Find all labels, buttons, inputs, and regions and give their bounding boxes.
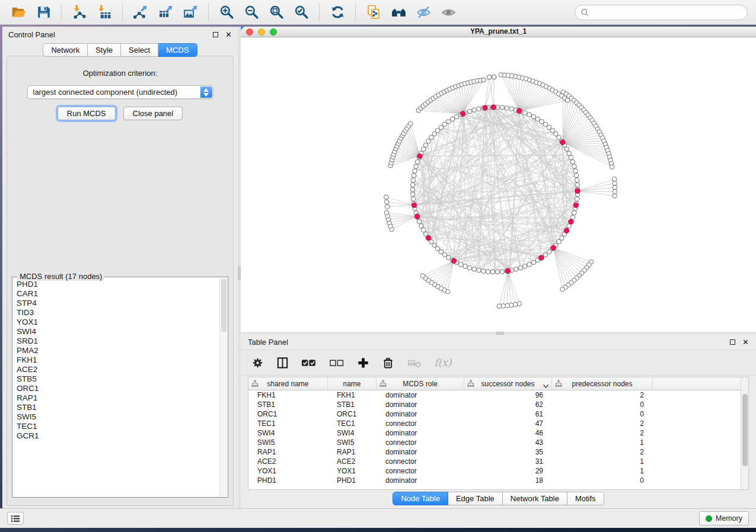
result-node[interactable]: PMA2: [17, 346, 219, 355]
result-node[interactable]: ACE2: [17, 365, 219, 374]
table-row[interactable]: PHD1PHD1dominator180: [248, 476, 741, 485]
cell-shared_name: FKH1: [248, 390, 328, 400]
window-minimize-icon[interactable]: [258, 28, 265, 36]
cell-successor_nodes: 61: [464, 409, 552, 419]
result-node[interactable]: TID3: [17, 308, 219, 318]
network-titlebar[interactable]: YPA_prune.txt_1: [241, 27, 756, 37]
cell-mcds_role: dominator: [377, 409, 464, 419]
result-node[interactable]: PHD1: [17, 280, 219, 289]
close-panel-icon[interactable]: ✕: [225, 32, 232, 37]
network-canvas[interactable]: [241, 38, 756, 332]
table-row[interactable]: SWI5SWI5connector431: [248, 438, 741, 447]
table-scrollbar[interactable]: [741, 377, 748, 489]
cell-name: ORC1: [328, 409, 377, 419]
tab-motifs[interactable]: Motifs: [567, 492, 604, 505]
status-bar: Memory: [0, 508, 756, 528]
clone-network-icon[interactable]: [365, 4, 382, 21]
cell-name: FKH1: [328, 390, 377, 400]
import-table-icon[interactable]: [95, 4, 113, 21]
float-panel-icon[interactable]: [213, 32, 218, 37]
table-row[interactable]: YOX1YOX1connector291: [248, 466, 741, 476]
cell-shared_name: RAP1: [248, 447, 328, 457]
hide-selected-icon[interactable]: [414, 4, 432, 21]
first-neighbors-icon[interactable]: [390, 4, 407, 21]
control-panel-header: Control Panel ✕: [2, 27, 238, 42]
task-history-button[interactable]: [7, 512, 24, 525]
zoom-in-icon[interactable]: [218, 4, 235, 21]
refresh-icon[interactable]: [328, 4, 346, 21]
table-row[interactable]: RAP1RAP1dominator352: [248, 447, 741, 457]
window-maximize-icon[interactable]: [270, 28, 277, 36]
close-table-panel-icon[interactable]: ✕: [742, 339, 749, 345]
column-layout-icon[interactable]: [276, 355, 289, 370]
export-table-icon[interactable]: [157, 4, 174, 21]
result-node[interactable]: TEC1: [17, 422, 219, 431]
close-panel-button[interactable]: Close panel: [123, 107, 183, 120]
search-box[interactable]: [575, 5, 748, 20]
cell-mcds_role: connector: [377, 466, 464, 476]
toolbar-separator: [61, 4, 62, 21]
column-header-name[interactable]: name: [328, 377, 377, 390]
control-panel-tabs: NetworkStyleSelectMCDS: [2, 43, 238, 57]
cell-name: YOX1: [328, 466, 377, 476]
zoom-selected-icon[interactable]: [292, 4, 310, 21]
result-scrollbar[interactable]: [219, 278, 227, 496]
result-node[interactable]: SWI4: [17, 327, 219, 336]
save-session-icon[interactable]: [34, 4, 52, 21]
list-icon: [11, 515, 20, 523]
add-column-icon[interactable]: [357, 355, 369, 370]
window-close-icon[interactable]: [246, 28, 253, 36]
memory-button[interactable]: Memory: [699, 511, 749, 525]
run-mcds-button[interactable]: Run MCDS: [58, 107, 116, 120]
criterion-select[interactable]: largest connected component (undirected): [27, 85, 213, 99]
table-row[interactable]: STB1STB1dominator620: [248, 400, 741, 409]
select-all-columns-icon[interactable]: [301, 355, 317, 370]
table-options-icon[interactable]: [251, 355, 264, 370]
export-image-icon[interactable]: [181, 4, 199, 21]
deselect-all-columns-icon[interactable]: [329, 355, 344, 370]
tab-network-table[interactable]: Network Table: [503, 492, 567, 505]
cell-successor_nodes: 31: [464, 457, 552, 466]
result-node[interactable]: STB1: [17, 403, 219, 412]
result-node[interactable]: STB5: [17, 374, 219, 384]
tab-edge-table[interactable]: Edge Table: [448, 492, 503, 505]
tab-node-table[interactable]: Node Table: [393, 492, 448, 505]
tab-network[interactable]: Network: [43, 43, 88, 57]
result-node[interactable]: RAP1: [17, 393, 219, 403]
table-row[interactable]: TEC1TEC1connector472: [248, 419, 741, 428]
cell-mcds_role: connector: [377, 419, 464, 428]
result-node[interactable]: GCR1: [17, 431, 219, 441]
result-node[interactable]: STP4: [17, 299, 219, 308]
cell-mcds_role: dominator: [377, 476, 464, 485]
result-node[interactable]: SWI5: [17, 412, 219, 422]
zoom-out-icon[interactable]: [243, 4, 260, 21]
tab-style[interactable]: Style: [88, 43, 121, 57]
criterion-selected-value: largest connected component (undirected): [28, 86, 213, 98]
result-node[interactable]: SRD1: [17, 336, 219, 346]
column-header-predecessor-nodes[interactable]: predecessor nodes: [552, 377, 653, 390]
column-header-MCDS-role[interactable]: MCDS role: [377, 377, 464, 390]
tab-mcds[interactable]: MCDS: [158, 43, 197, 57]
show-all-icon[interactable]: [439, 4, 457, 21]
result-node[interactable]: YOX1: [17, 318, 219, 327]
search-input[interactable]: [592, 7, 747, 18]
column-header-shared-name[interactable]: shared name: [248, 377, 328, 390]
zoom-fit-icon[interactable]: [267, 4, 285, 21]
sort-indicator-icon[interactable]: [543, 382, 548, 390]
cell-predecessor_nodes: 0: [552, 400, 653, 409]
column-header-successor-nodes[interactable]: successor nodes: [464, 377, 552, 390]
table-row[interactable]: ACE2ACE2connector311: [248, 457, 741, 466]
scrollbar-thumb[interactable]: [742, 394, 748, 466]
delete-column-icon[interactable]: [382, 355, 394, 370]
float-table-panel-icon[interactable]: [730, 339, 735, 345]
tab-select[interactable]: Select: [121, 43, 158, 57]
table-row[interactable]: SWI4SWI4dominator462: [248, 428, 741, 438]
result-node[interactable]: FKH1: [17, 355, 219, 365]
export-network-icon[interactable]: [132, 4, 149, 21]
table-row[interactable]: FKH1FKH1dominator962: [248, 390, 741, 400]
result-node[interactable]: CAR1: [17, 289, 219, 299]
open-file-icon[interactable]: [9, 4, 27, 21]
table-row[interactable]: ORC1ORC1dominator610: [248, 409, 741, 419]
import-network-icon[interactable]: [71, 4, 88, 21]
result-node[interactable]: ORC1: [17, 384, 219, 393]
